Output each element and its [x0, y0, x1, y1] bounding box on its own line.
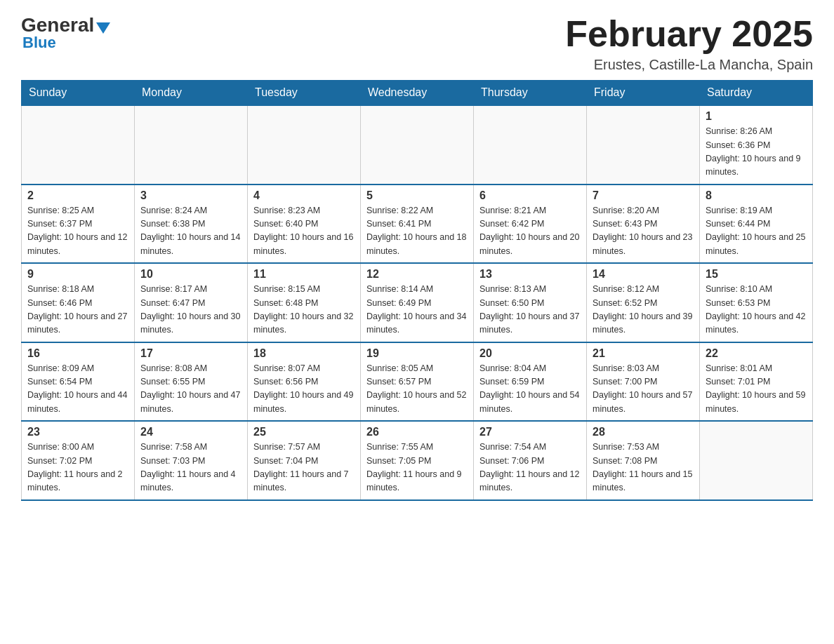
day-info: Sunrise: 7:54 AMSunset: 7:06 PMDaylight:…: [479, 441, 581, 495]
day-number: 24: [140, 426, 241, 438]
day-info: Sunrise: 8:03 AMSunset: 7:00 PMDaylight:…: [593, 362, 694, 417]
table-row: 19Sunrise: 8:05 AMSunset: 6:57 PMDayligh…: [361, 342, 474, 422]
calendar-week-row: 23Sunrise: 8:00 AMSunset: 7:02 PMDayligh…: [22, 421, 813, 500]
page-header: General Blue February 2025 Erustes, Cast…: [21, 14, 813, 73]
header-wednesday: Wednesday: [361, 81, 474, 106]
table-row: [248, 105, 361, 185]
day-number: 10: [140, 268, 241, 281]
table-row: 1Sunrise: 8:26 AMSunset: 6:36 PMDaylight…: [700, 105, 813, 185]
day-number: 26: [366, 426, 468, 438]
day-number: 15: [706, 268, 807, 281]
table-row: [700, 421, 813, 500]
table-row: 14Sunrise: 8:12 AMSunset: 6:52 PMDayligh…: [587, 263, 700, 342]
table-row: 3Sunrise: 8:24 AMSunset: 6:38 PMDaylight…: [135, 185, 248, 264]
day-number: 22: [706, 347, 807, 360]
calendar-week-row: 1Sunrise: 8:26 AMSunset: 6:36 PMDaylight…: [22, 105, 813, 185]
table-row: 9Sunrise: 8:18 AMSunset: 6:46 PMDaylight…: [22, 263, 135, 342]
day-info: Sunrise: 8:10 AMSunset: 6:53 PMDaylight:…: [706, 283, 807, 337]
day-number: 6: [479, 189, 581, 202]
day-number: 7: [593, 189, 694, 202]
table-row: 18Sunrise: 8:07 AMSunset: 6:56 PMDayligh…: [248, 342, 361, 422]
day-info: Sunrise: 8:22 AMSunset: 6:41 PMDaylight:…: [366, 204, 468, 259]
header-monday: Monday: [135, 81, 248, 106]
table-row: 24Sunrise: 7:58 AMSunset: 7:03 PMDayligh…: [135, 421, 248, 500]
day-number: 19: [366, 347, 468, 360]
table-row: 7Sunrise: 8:20 AMSunset: 6:43 PMDaylight…: [587, 185, 700, 264]
day-info: Sunrise: 8:26 AMSunset: 6:36 PMDaylight:…: [706, 125, 807, 180]
table-row: [361, 105, 474, 185]
table-row: 16Sunrise: 8:09 AMSunset: 6:54 PMDayligh…: [22, 342, 135, 422]
day-info: Sunrise: 8:21 AMSunset: 6:42 PMDaylight:…: [479, 204, 581, 259]
table-row: 23Sunrise: 8:00 AMSunset: 7:02 PMDayligh…: [22, 421, 135, 500]
calendar-week-row: 16Sunrise: 8:09 AMSunset: 6:54 PMDayligh…: [22, 342, 813, 422]
table-row: [135, 105, 248, 185]
table-row: 25Sunrise: 7:57 AMSunset: 7:04 PMDayligh…: [248, 421, 361, 500]
day-number: 4: [253, 189, 355, 202]
day-number: 14: [593, 268, 694, 281]
location-subtitle: Erustes, Castille-La Mancha, Spain: [565, 57, 813, 73]
table-row: [587, 105, 700, 185]
table-row: 28Sunrise: 7:53 AMSunset: 7:08 PMDayligh…: [587, 421, 700, 500]
table-row: 20Sunrise: 8:04 AMSunset: 6:59 PMDayligh…: [474, 342, 587, 422]
table-row: 27Sunrise: 7:54 AMSunset: 7:06 PMDayligh…: [474, 421, 587, 500]
day-info: Sunrise: 8:18 AMSunset: 6:46 PMDaylight:…: [27, 283, 128, 337]
day-number: 9: [27, 268, 128, 281]
day-number: 17: [140, 347, 241, 360]
day-info: Sunrise: 7:53 AMSunset: 7:08 PMDaylight:…: [593, 441, 694, 495]
table-row: 8Sunrise: 8:19 AMSunset: 6:44 PMDaylight…: [700, 185, 813, 264]
day-number: 21: [593, 347, 694, 360]
title-area: February 2025 Erustes, Castille-La Manch…: [565, 14, 813, 73]
day-info: Sunrise: 8:14 AMSunset: 6:49 PMDaylight:…: [366, 283, 468, 337]
logo: General Blue: [21, 14, 110, 52]
table-row: [474, 105, 587, 185]
day-info: Sunrise: 8:23 AMSunset: 6:40 PMDaylight:…: [253, 204, 355, 259]
table-row: 26Sunrise: 7:55 AMSunset: 7:05 PMDayligh…: [361, 421, 474, 500]
day-number: 18: [253, 347, 355, 360]
day-number: 13: [479, 268, 581, 281]
day-info: Sunrise: 8:09 AMSunset: 6:54 PMDaylight:…: [27, 362, 128, 417]
day-number: 23: [27, 426, 128, 438]
day-info: Sunrise: 8:24 AMSunset: 6:38 PMDaylight:…: [140, 204, 241, 259]
table-row: 12Sunrise: 8:14 AMSunset: 6:49 PMDayligh…: [361, 263, 474, 342]
table-row: 22Sunrise: 8:01 AMSunset: 7:01 PMDayligh…: [700, 342, 813, 422]
table-row: 5Sunrise: 8:22 AMSunset: 6:41 PMDaylight…: [361, 185, 474, 264]
day-info: Sunrise: 8:15 AMSunset: 6:48 PMDaylight:…: [253, 283, 355, 337]
header-saturday: Saturday: [700, 81, 813, 106]
month-title: February 2025: [565, 14, 813, 54]
day-info: Sunrise: 8:08 AMSunset: 6:55 PMDaylight:…: [140, 362, 241, 417]
day-info: Sunrise: 7:58 AMSunset: 7:03 PMDaylight:…: [140, 441, 241, 495]
day-number: 2: [27, 189, 128, 202]
day-info: Sunrise: 8:12 AMSunset: 6:52 PMDaylight:…: [593, 283, 694, 337]
calendar-week-row: 9Sunrise: 8:18 AMSunset: 6:46 PMDaylight…: [22, 263, 813, 342]
day-info: Sunrise: 8:13 AMSunset: 6:50 PMDaylight:…: [479, 283, 581, 337]
day-info: Sunrise: 8:00 AMSunset: 7:02 PMDaylight:…: [27, 441, 128, 495]
day-info: Sunrise: 8:07 AMSunset: 6:56 PMDaylight:…: [253, 362, 355, 417]
calendar-table: Sunday Monday Tuesday Wednesday Thursday…: [21, 80, 813, 501]
day-number: 25: [253, 426, 355, 438]
day-number: 8: [706, 189, 807, 202]
table-row: 2Sunrise: 8:25 AMSunset: 6:37 PMDaylight…: [22, 185, 135, 264]
day-info: Sunrise: 8:19 AMSunset: 6:44 PMDaylight:…: [706, 204, 807, 259]
table-row: 4Sunrise: 8:23 AMSunset: 6:40 PMDaylight…: [248, 185, 361, 264]
calendar-week-row: 2Sunrise: 8:25 AMSunset: 6:37 PMDaylight…: [22, 185, 813, 264]
day-number: 1: [706, 110, 807, 123]
table-row: 15Sunrise: 8:10 AMSunset: 6:53 PMDayligh…: [700, 263, 813, 342]
day-info: Sunrise: 8:20 AMSunset: 6:43 PMDaylight:…: [593, 204, 694, 259]
logo-triangle-icon: [96, 22, 110, 34]
day-info: Sunrise: 7:57 AMSunset: 7:04 PMDaylight:…: [253, 441, 355, 495]
header-friday: Friday: [587, 81, 700, 106]
day-info: Sunrise: 8:01 AMSunset: 7:01 PMDaylight:…: [706, 362, 807, 417]
day-number: 16: [27, 347, 128, 360]
header-sunday: Sunday: [22, 81, 135, 106]
day-number: 11: [253, 268, 355, 281]
logo-blue-text: Blue: [22, 34, 56, 52]
day-number: 12: [366, 268, 468, 281]
day-info: Sunrise: 7:55 AMSunset: 7:05 PMDaylight:…: [366, 441, 468, 495]
day-info: Sunrise: 8:05 AMSunset: 6:57 PMDaylight:…: [366, 362, 468, 417]
day-number: 28: [593, 426, 694, 438]
header-tuesday: Tuesday: [248, 81, 361, 106]
calendar-header-row: Sunday Monday Tuesday Wednesday Thursday…: [22, 81, 813, 106]
day-info: Sunrise: 8:17 AMSunset: 6:47 PMDaylight:…: [140, 283, 241, 337]
day-number: 20: [479, 347, 581, 360]
table-row: 17Sunrise: 8:08 AMSunset: 6:55 PMDayligh…: [135, 342, 248, 422]
